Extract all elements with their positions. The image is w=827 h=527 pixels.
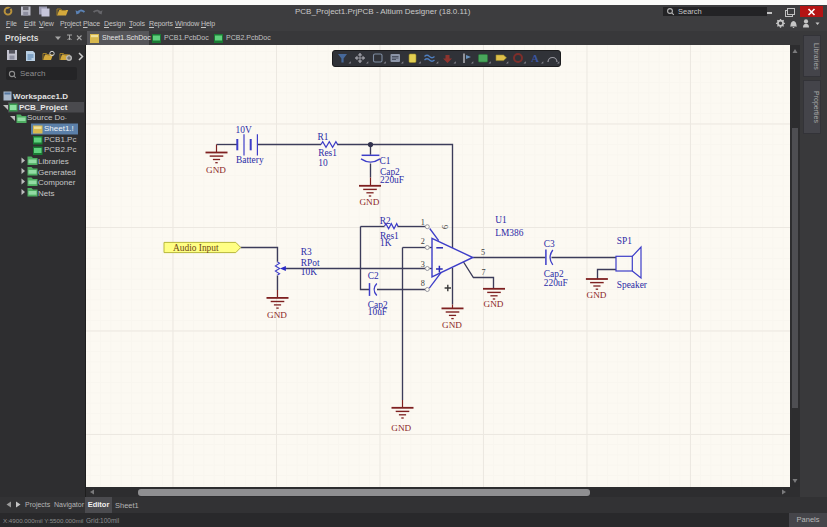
svg-text:2: 2 <box>421 237 425 246</box>
svg-text:C3: C3 <box>544 239 555 249</box>
svg-text:GND: GND <box>484 299 504 309</box>
svg-text:10K: 10K <box>301 267 317 277</box>
svg-text:GND: GND <box>587 290 607 300</box>
svg-text:RPot: RPot <box>301 258 320 268</box>
svg-text:U1: U1 <box>495 215 507 225</box>
svg-text:220uF: 220uF <box>380 175 404 185</box>
svg-text:10V: 10V <box>236 125 252 135</box>
svg-text:1: 1 <box>421 218 425 227</box>
svg-text:C2: C2 <box>368 271 379 281</box>
svg-text:220uF: 220uF <box>544 278 568 288</box>
svg-text:GND: GND <box>267 310 287 320</box>
svg-text:7: 7 <box>482 268 486 277</box>
svg-text:3: 3 <box>421 260 425 269</box>
svg-text:GND: GND <box>391 423 411 433</box>
svg-text:A: A <box>531 52 539 64</box>
svg-text:C1: C1 <box>380 156 391 166</box>
svg-text:R2: R2 <box>380 216 391 226</box>
svg-text:8: 8 <box>421 279 425 288</box>
svg-text:6: 6 <box>441 225 450 229</box>
svg-text:Audio Input: Audio Input <box>173 243 219 253</box>
svg-text:R3: R3 <box>301 247 312 257</box>
svg-text:GND: GND <box>206 165 226 175</box>
svg-text:10: 10 <box>318 158 328 168</box>
svg-text:SP1: SP1 <box>617 236 632 246</box>
svg-text:LM386: LM386 <box>495 228 523 238</box>
svg-text:5: 5 <box>481 248 485 257</box>
svg-text:R1: R1 <box>318 132 329 142</box>
svg-text:Battery: Battery <box>236 155 264 165</box>
svg-text:GND: GND <box>359 197 379 207</box>
svg-text:1K: 1K <box>380 238 392 248</box>
svg-text:GND: GND <box>442 320 462 330</box>
svg-text:Speaker: Speaker <box>617 280 648 290</box>
svg-text:10uF: 10uF <box>368 307 387 317</box>
